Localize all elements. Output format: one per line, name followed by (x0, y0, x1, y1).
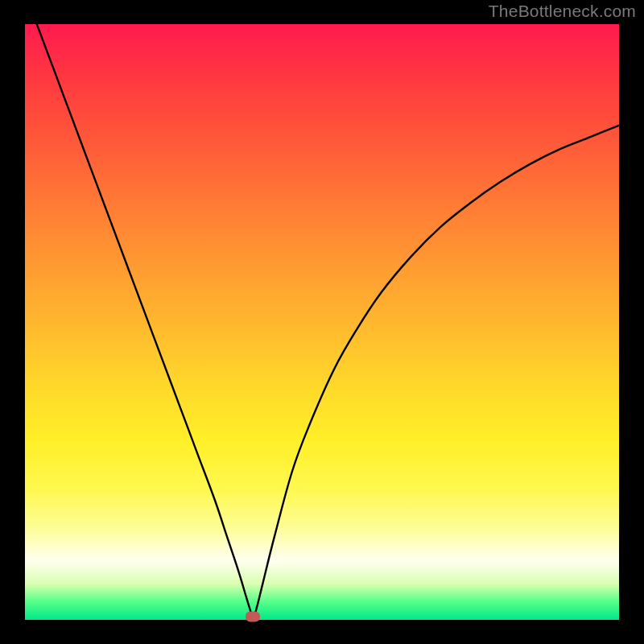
watermark-text: TheBottleneck.com (489, 2, 636, 21)
optimum-marker (246, 612, 260, 622)
bottleneck-curve (25, 24, 619, 620)
plot-area (25, 24, 619, 620)
chart-frame: TheBottleneck.com (0, 0, 644, 644)
